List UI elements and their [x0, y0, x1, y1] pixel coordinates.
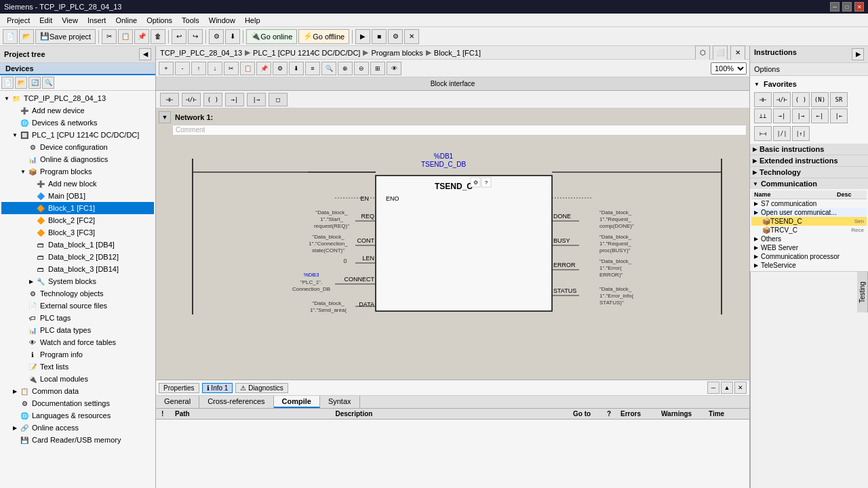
- breadcrumb-maximize-button[interactable]: ⬜: [713, 45, 728, 60]
- fav-contact[interactable]: ⊣⊢: [754, 92, 772, 107]
- tab-compile[interactable]: Compile: [274, 396, 320, 408]
- tree-item-doc-settings[interactable]: ⚙ Documentation settings: [1, 397, 154, 409]
- maximize-button[interactable]: □: [842, 2, 852, 12]
- ed-cut[interactable]: ✂: [224, 62, 239, 75]
- tree-item-block1[interactable]: 🔶 Block_1 [FC1]: [1, 202, 154, 214]
- tree-item-add-block[interactable]: ➕ Add new block: [1, 178, 154, 190]
- ed-copy[interactable]: 📋: [240, 62, 255, 75]
- fav-output-coil[interactable]: ( ): [792, 92, 810, 107]
- tree-collapse-button[interactable]: ◀: [139, 48, 151, 60]
- menu-window[interactable]: Window: [205, 14, 239, 26]
- fav-rung2[interactable]: |/|: [773, 126, 791, 141]
- tree-item-tech-objects[interactable]: ⚙ Technology objects: [1, 287, 154, 300]
- tree-item-db3[interactable]: 🗃 Data_block_3 [DB14]: [1, 263, 154, 275]
- technology-header[interactable]: ▶ Technology: [750, 167, 868, 178]
- ed-compile[interactable]: ⚙: [273, 62, 288, 75]
- close-editor-button[interactable]: ✕: [404, 29, 419, 44]
- fav-connect-left-right[interactable]: |→: [792, 108, 810, 123]
- tree-open-button[interactable]: 📂: [15, 77, 27, 89]
- new-project-button[interactable]: 📄: [3, 29, 18, 44]
- others-item[interactable]: ▶ Others: [751, 235, 867, 243]
- bottom-minimize-btn[interactable]: ─: [707, 382, 719, 394]
- stop-simulation[interactable]: ■: [372, 29, 387, 44]
- menu-online[interactable]: Online: [111, 14, 141, 26]
- diagnostics-button[interactable]: ⚠ Diagnostics: [235, 383, 288, 393]
- tree-item-online-access[interactable]: ▶ 🔗 Online access: [1, 422, 154, 434]
- tab-syntax[interactable]: Syntax: [320, 396, 360, 408]
- basic-instructions-header[interactable]: ▶ Basic instructions: [750, 144, 868, 155]
- breadcrumb-close-button[interactable]: ✕: [730, 45, 745, 60]
- fav-down-line[interactable]: ⊥⊥: [754, 108, 772, 123]
- tree-item-common-data[interactable]: ▶ 📋 Common data: [1, 385, 154, 397]
- fav-rung3[interactable]: |↑|: [792, 126, 810, 141]
- lad-box[interactable]: □: [269, 93, 288, 106]
- ed-move-up[interactable]: ↑: [191, 62, 206, 75]
- fav-disconnect-left[interactable]: |←: [830, 108, 848, 123]
- menu-insert[interactable]: Insert: [83, 14, 111, 26]
- paste-button[interactable]: 📌: [134, 29, 149, 44]
- ed-delete-segment[interactable]: -: [175, 62, 190, 75]
- menu-options[interactable]: Options: [142, 14, 176, 26]
- tab-general[interactable]: General: [156, 396, 199, 408]
- lad-open-branch[interactable]: →|: [225, 93, 244, 106]
- tree-item-card-reader[interactable]: 💾 Card Reader/USB memory: [1, 434, 154, 446]
- tree-item-root[interactable]: ▼ 📁 TCP_IP_PLC_28_04_13: [1, 92, 154, 104]
- ed-online-compare[interactable]: ≡: [305, 62, 320, 75]
- close-button[interactable]: ✕: [854, 2, 864, 12]
- open-user-communication-item[interactable]: ▶ Open user communicat...: [751, 208, 867, 217]
- fav-nc-contact[interactable]: ⊣/⊢: [773, 92, 791, 107]
- tree-item-db1[interactable]: 🗃 Data_block_1 [DB4]: [1, 239, 154, 251]
- tree-item-block2[interactable]: 🔶 Block_2 [FC2]: [1, 214, 154, 226]
- tree-item-plc-tags[interactable]: 🏷 PLC tags: [1, 312, 154, 324]
- zoom-select[interactable]: 50% 75% 100% 150% 200%: [711, 62, 747, 75]
- network-collapse-btn[interactable]: ▼: [159, 111, 171, 123]
- tree-item-plc1[interactable]: ▼ 🔲 PLC_1 [CPU 1214C DC/DC/DC]: [1, 129, 154, 141]
- ed-layout[interactable]: ⊞: [370, 62, 385, 75]
- lad-nc-contact[interactable]: ⊣/⊢: [182, 93, 201, 106]
- menu-tools[interactable]: Tools: [178, 14, 203, 26]
- menu-edit[interactable]: Edit: [35, 14, 56, 26]
- menu-project[interactable]: Project: [3, 14, 34, 26]
- comm-processor-item[interactable]: ▶ Communication processor: [751, 252, 867, 261]
- cut-button[interactable]: ✂: [102, 29, 117, 44]
- tree-item-db2[interactable]: 🗃 Data_block_2 [DB12]: [1, 251, 154, 263]
- ed-download[interactable]: ⬇: [289, 62, 304, 75]
- bottom-expand-btn[interactable]: ▲: [721, 382, 733, 394]
- open-button[interactable]: 📂: [19, 29, 34, 44]
- tree-item-text-lists[interactable]: 📝 Text lists: [1, 361, 154, 373]
- compile-button[interactable]: ⚙: [209, 29, 224, 44]
- go-online-button[interactable]: 🔌 Go online: [246, 29, 297, 44]
- ed-move-down[interactable]: ↓: [208, 62, 222, 75]
- tree-item-device-config[interactable]: ⚙ Device configuration: [1, 141, 154, 153]
- start-simulation[interactable]: ▶: [355, 29, 370, 44]
- fav-sr-flip[interactable]: SR: [830, 92, 848, 107]
- tree-item-program-blocks[interactable]: ▼ 📦 Program blocks: [1, 165, 154, 178]
- tree-item-online-diag[interactable]: 📊 Online & diagnostics: [1, 153, 154, 165]
- ed-monitor[interactable]: 👁: [387, 62, 401, 75]
- teleservice-item[interactable]: ▶ TeleService: [751, 261, 867, 270]
- tree-item-program-info[interactable]: ℹ Program info: [1, 348, 154, 361]
- bottom-close-btn[interactable]: ✕: [734, 382, 747, 394]
- extended-instructions-header[interactable]: ▶ Extended instructions: [750, 155, 868, 166]
- go-offline-button[interactable]: ⚡ Go offline: [298, 29, 349, 44]
- fav-negated-coil[interactable]: (N): [811, 92, 829, 107]
- testing-tab[interactable]: Testing: [857, 272, 868, 312]
- ed-zoom-in[interactable]: ⊕: [338, 62, 353, 75]
- lad-coil[interactable]: ( ): [203, 93, 222, 106]
- menu-view[interactable]: View: [58, 14, 82, 26]
- ed-paste[interactable]: 📌: [256, 62, 271, 75]
- tab-cross-references[interactable]: Cross-references: [199, 396, 273, 408]
- lad-contact[interactable]: ⊣⊢: [160, 93, 179, 106]
- tree-item-plc-data-types[interactable]: 📊 PLC data types: [1, 324, 154, 336]
- tree-item-local-modules[interactable]: 🔌 Local modules: [1, 373, 154, 385]
- info-button[interactable]: ℹ Info 1: [202, 383, 233, 393]
- download-button[interactable]: ⬇: [225, 29, 240, 44]
- menu-help[interactable]: Help: [241, 14, 264, 26]
- tree-new-button[interactable]: 📄: [1, 77, 14, 89]
- tree-search-button[interactable]: 🔍: [42, 77, 54, 89]
- ed-new-segment[interactable]: +: [159, 62, 174, 75]
- tree-item-languages[interactable]: 🌐 Languages & resources: [1, 409, 154, 422]
- web-server-item[interactable]: ▶ WEB Server: [751, 243, 867, 252]
- tsend-c-item[interactable]: 📦 TSEND_C Sen: [751, 217, 867, 226]
- tree-item-watch-tables[interactable]: 👁 Watch and force tables: [1, 336, 154, 348]
